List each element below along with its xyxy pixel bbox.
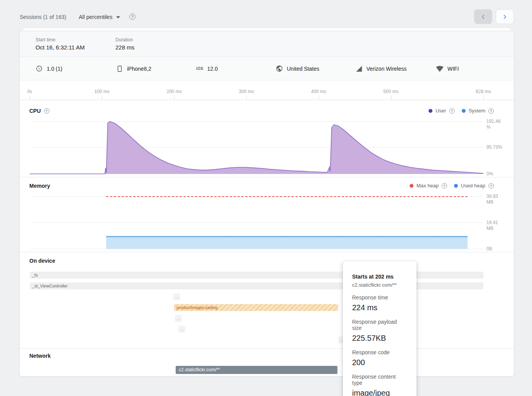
cell-signal-icon [356, 65, 363, 72]
carrier-item: Verizon Wireless [356, 57, 407, 80]
radio-item: WIFI [436, 57, 459, 80]
start-time-label: Start time [36, 37, 85, 42]
tooltip-fields: Response time224 msResponse payload size… [352, 294, 407, 396]
wifi-icon [436, 65, 444, 73]
network-request-tooltip: Starts at 202 ms c2.staticflickr.com/** … [343, 261, 417, 396]
collapsed-trace-chip[interactable]: ... [178, 326, 185, 333]
app-version-icon: v [36, 65, 43, 72]
maxheap-help-icon[interactable] [442, 183, 447, 189]
memory-gridline-bottom [30, 249, 483, 249]
memory-legend: Max heap Used heap [410, 183, 494, 189]
memory-legend-maxheap: Max heap [410, 183, 447, 189]
tooltip-field-value: 200 [352, 358, 407, 367]
percentiles-dropdown[interactable]: All percentiles [79, 14, 120, 20]
app-version-value: 1.0 (1) [47, 66, 62, 72]
timeline-tick-mark [246, 95, 247, 100]
country-value: United States [287, 66, 319, 72]
cpu-chart[interactable] [20, 100, 514, 177]
tooltip-field-value: image/jpeg [352, 389, 407, 396]
chevron-right-icon [502, 14, 508, 20]
memory-section: Memory Max heap Used heap 38.83 MB [20, 177, 514, 252]
timeline-tick-label: 300 ms [239, 89, 254, 94]
phone-icon [116, 65, 123, 72]
used-heap-top-dash [106, 237, 468, 238]
maxheap-legend-dot [410, 184, 413, 188]
maxheap-legend-label: Max heap [417, 183, 439, 189]
memory-ylabel-mid: 19.41 MB [486, 220, 506, 231]
radio-value: WIFI [447, 66, 459, 72]
app-version-item: v 1.0 (1) [36, 57, 62, 80]
sessions-count-label: Sessions (1 of 163) [20, 14, 66, 20]
os-version-value: 12.0 [207, 66, 218, 72]
svg-text:v: v [39, 67, 40, 70]
timeline-tick-label: 200 ms [167, 89, 182, 94]
cpu-ylabel-max: 191.46 % [486, 119, 506, 130]
device-info-band: v 1.0 (1) iPhone8,2 iOS 12.0 United Stat… [20, 57, 514, 80]
cpu-user-line [30, 121, 483, 174]
percentiles-dropdown-label: All percentiles [79, 14, 112, 20]
trace-bar[interactable]: productImageLoading [174, 304, 338, 311]
cpu-ylabel-mid: 95.73% [486, 144, 506, 150]
device-model-value: iPhone8,2 [127, 66, 151, 72]
tooltip-url: c2.staticflickr.com/** [352, 282, 407, 288]
timeline-tick-label: 100 ms [94, 89, 109, 94]
tooltip-field-label: Response time [352, 294, 407, 301]
tooltip-field-value: 225.57KB [352, 334, 407, 343]
chevron-left-icon [480, 14, 486, 20]
previous-session-button[interactable] [474, 9, 492, 24]
start-time-value: Oct 16, 6:32:11 AM [36, 44, 85, 51]
usedheap-legend-dot [454, 184, 458, 188]
os-version-item: iOS 12.0 [196, 57, 218, 80]
ios-icon: iOS [196, 66, 203, 71]
memory-gridline-mid [30, 223, 483, 223]
globe-icon [276, 65, 283, 72]
help-icon[interactable] [129, 14, 136, 20]
timeline-tick-mark [319, 95, 319, 100]
collapsed-trace-chip[interactable]: ... [175, 315, 182, 322]
timeline-tick-mark [483, 95, 484, 100]
timeline-tick-label: 0s [27, 89, 32, 94]
on-device-section: On device _fs_st_ViewController...produc… [20, 252, 514, 349]
memory-ylabel-zero: 0B [486, 246, 506, 252]
timeline-tick-label: 628 ms [476, 89, 491, 94]
session-card: Start time Oct 16, 6:32:11 AM Duration 2… [19, 31, 514, 377]
timeline-tick-mark [391, 95, 391, 100]
duration-label: Duration [115, 37, 134, 42]
tooltip-field-label: Response code [352, 349, 407, 355]
timeline-axis[interactable]: 0s100 ms200 ms300 ms400 ms500 ms628 ms [20, 80, 514, 100]
collapsed-trace-chip[interactable]: ... [173, 293, 180, 300]
carrier-value: Verizon Wireless [366, 66, 407, 72]
timeline-tick-mark [174, 95, 175, 100]
chevron-down-icon [116, 16, 120, 19]
timeline-tick-label: 400 ms [311, 89, 326, 94]
next-session-button[interactable] [496, 9, 514, 24]
device-model-item: iPhone8,2 [116, 57, 151, 80]
network-bars: c2.staticflickr.com/** [20, 349, 514, 377]
tooltip-field-value: 224 ms [352, 303, 407, 312]
tooltip-field-label: Response content type [352, 374, 407, 386]
usedheap-legend-label: Used heap [461, 183, 485, 189]
memory-ylabel-max: 38.83 MB [486, 194, 506, 205]
usedheap-help-icon[interactable] [488, 183, 494, 189]
duration-value: 228 ms [115, 44, 134, 51]
timeline-tick-mark [30, 95, 30, 100]
used-heap-area[interactable] [106, 236, 468, 249]
cpu-section: CPU User System [20, 100, 514, 177]
max-heap-dashed-line[interactable] [106, 196, 468, 197]
tooltip-title: Starts at 202 ms [352, 274, 407, 280]
on-device-bars: _fs_st_ViewController...productImageLoad… [20, 252, 514, 348]
memory-title-text: Memory [29, 183, 50, 189]
timeline-tick-label: 500 ms [383, 89, 398, 94]
cpu-ylabel-zero: 0% [486, 171, 506, 177]
cpu-user-area [30, 121, 483, 174]
memory-legend-usedheap: Used heap [454, 183, 494, 189]
timeline-tick-mark [102, 95, 102, 100]
memory-section-title: Memory [29, 183, 50, 189]
country-item: United States [276, 57, 319, 80]
tooltip-field-label: Response payload size [352, 319, 407, 331]
session-summary-band: Start time Oct 16, 6:32:11 AM Duration 2… [20, 31, 514, 57]
network-section: Network c2.staticflickr.com/** [20, 349, 514, 377]
network-request-bar[interactable]: c2.staticflickr.com/** [176, 366, 337, 374]
